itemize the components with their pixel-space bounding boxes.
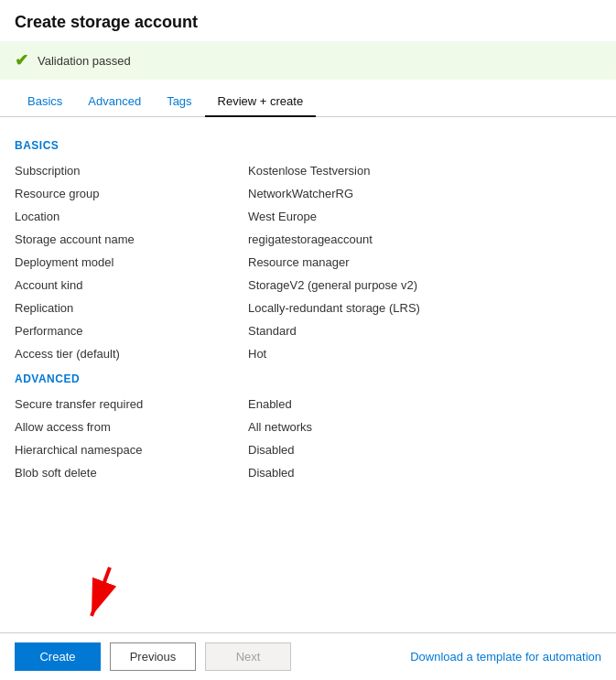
field-label-allow-access: Allow access from [15, 420, 248, 434]
previous-button[interactable]: Previous [110, 642, 196, 671]
tab-tags[interactable]: Tags [154, 87, 204, 117]
checkmark-icon: ✔ [15, 50, 28, 70]
tab-review-create[interactable]: Review + create [205, 87, 317, 117]
field-label-account-kind: Account kind [15, 278, 248, 292]
field-subscription: Subscription Kostenlose Testversion [15, 159, 601, 182]
field-label-performance: Performance [15, 324, 248, 338]
field-hierarchical-namespace: Hierarchical namespace Disabled [15, 438, 601, 461]
field-label-storage-account-name: Storage account name [15, 232, 248, 246]
field-allow-access: Allow access from All networks [15, 416, 601, 438]
field-value-access-tier: Hot [248, 347, 266, 361]
field-label-secure-transfer: Secure transfer required [15, 397, 248, 411]
field-value-storage-account-name: regigatestorageaccount [248, 232, 373, 246]
field-location: Location West Europe [15, 205, 601, 228]
field-label-access-tier: Access tier (default) [15, 347, 248, 361]
svg-line-1 [92, 567, 110, 616]
basics-section-header: BASICS [15, 139, 601, 152]
field-label-location: Location [15, 210, 248, 223]
field-storage-account-name: Storage account name regigatestorageacco… [15, 228, 601, 251]
field-value-allow-access: All networks [248, 420, 312, 434]
field-value-replication: Locally-redundant storage (LRS) [248, 301, 420, 315]
field-blob-soft-delete: Blob soft delete Disabled [15, 461, 601, 484]
field-account-kind: Account kind StorageV2 (general purpose … [15, 274, 601, 297]
footer: Create Previous Next Download a template… [0, 632, 616, 680]
validation-banner: ✔ Validation passed [0, 41, 616, 80]
field-access-tier: Access tier (default) Hot [15, 342, 601, 365]
field-label-subscription: Subscription [15, 164, 248, 178]
field-label-hierarchical-namespace: Hierarchical namespace [15, 443, 248, 457]
page-title: Create storage account [0, 0, 616, 41]
next-button: Next [205, 642, 291, 671]
download-template-link[interactable]: Download a template for automation [410, 650, 601, 664]
field-secure-transfer: Secure transfer required Enabled [15, 393, 601, 416]
field-value-deployment-model: Resource manager [248, 255, 350, 269]
field-performance: Performance Standard [15, 319, 601, 342]
field-label-replication: Replication [15, 301, 248, 315]
main-content: BASICS Subscription Kostenlose Testversi… [0, 117, 616, 484]
field-label-blob-soft-delete: Blob soft delete [15, 466, 248, 480]
field-value-account-kind: StorageV2 (general purpose v2) [248, 278, 417, 292]
field-label-deployment-model: Deployment model [15, 255, 248, 269]
advanced-section-header: ADVANCED [15, 372, 601, 385]
field-value-subscription: Kostenlose Testversion [248, 164, 370, 178]
tab-bar: Basics Advanced Tags Review + create [0, 87, 616, 117]
validation-text: Validation passed [38, 54, 131, 68]
field-deployment-model: Deployment model Resource manager [15, 251, 601, 274]
field-replication: Replication Locally-redundant storage (L… [15, 297, 601, 319]
field-value-blob-soft-delete: Disabled [248, 466, 295, 480]
arrow-indicator [82, 563, 156, 630]
field-value-performance: Standard [248, 324, 297, 338]
field-value-resource-group: NetworkWatcherRG [248, 187, 353, 200]
create-button[interactable]: Create [15, 642, 101, 671]
field-value-hierarchical-namespace: Disabled [248, 443, 295, 457]
field-resource-group: Resource group NetworkWatcherRG [15, 182, 601, 205]
field-label-resource-group: Resource group [15, 187, 248, 200]
tab-advanced[interactable]: Advanced [75, 87, 154, 117]
tab-basics[interactable]: Basics [15, 87, 75, 117]
field-value-secure-transfer: Enabled [248, 397, 292, 411]
field-value-location: West Europe [248, 210, 317, 223]
